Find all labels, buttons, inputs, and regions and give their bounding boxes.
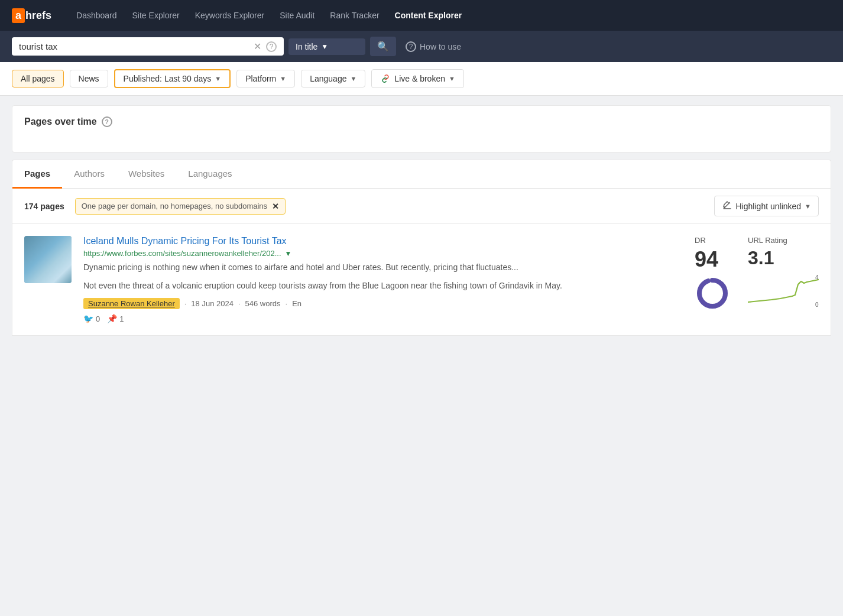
tab-pages[interactable]: Pages <box>12 160 62 189</box>
article-meta: Suzanne Rowan Kelleher · 18 Jun 2024 · 5… <box>83 298 683 309</box>
remove-filter-button[interactable]: ✕ <box>272 202 279 211</box>
article-title[interactable]: Iceland Mulls Dynamic Pricing For Its To… <box>83 236 683 247</box>
platform-filter[interactable]: Platform ▼ <box>236 70 295 87</box>
language-label: Language <box>310 74 346 83</box>
logo-hrefs: hrefs <box>25 9 51 22</box>
filter-bar: All pages News Published: Last 90 days ▼… <box>0 62 843 96</box>
url-rating-value: 3.1 <box>748 247 819 269</box>
search-button[interactable]: 🔍 <box>370 37 396 56</box>
help-icon[interactable]: ? <box>102 116 112 127</box>
logo[interactable]: ahrefs <box>12 8 51 23</box>
thumbnail-image <box>24 236 72 283</box>
how-to-use-label: How to use <box>420 42 461 51</box>
highlight-unlinked-label: Highlight unlinked <box>736 202 802 211</box>
results-bar: 174 pages One page per domain, no homepa… <box>12 189 831 224</box>
logo-a: a <box>12 8 25 23</box>
article-card: Iceland Mulls Dynamic Pricing For Its To… <box>12 224 831 336</box>
search-mode-label: In title <box>296 42 317 51</box>
svg-text:4: 4 <box>815 274 819 281</box>
results-count: 174 pages <box>24 202 64 211</box>
chevron-down-icon: ▼ <box>280 75 286 82</box>
platform-label: Platform <box>245 74 276 83</box>
news-filter[interactable]: News <box>70 70 108 87</box>
article-description-2: Not even the threat of a volcanic erupti… <box>83 280 683 292</box>
nav-site-explorer[interactable]: Site Explorer <box>127 7 186 24</box>
search-magnifier-icon: 🔍 <box>377 41 389 51</box>
tabs: Pages Authors Websites Languages <box>12 160 831 189</box>
url-dropdown-icon[interactable]: ▼ <box>285 249 292 258</box>
url-rating-chart: 4 0 <box>748 273 819 310</box>
article-thumbnail <box>24 236 72 283</box>
link-icon <box>380 73 391 84</box>
filter-tag: One page per domain, no homepages, no su… <box>75 198 286 215</box>
live-broken-filter[interactable]: Live & broken ▼ <box>371 69 464 88</box>
chevron-down-icon: ▼ <box>449 75 455 82</box>
pinterest-count: 📌 1 <box>107 314 124 323</box>
nav-keywords-explorer[interactable]: Keywords Explorer <box>189 7 271 24</box>
language-filter[interactable]: Language ▼ <box>301 70 365 87</box>
article-words: 546 words <box>245 299 281 308</box>
all-pages-label: All pages <box>21 74 55 83</box>
article-lang: En <box>292 299 301 308</box>
chevron-down-icon: ▼ <box>805 203 811 210</box>
live-broken-label: Live & broken <box>394 74 445 83</box>
tabs-container: Pages Authors Websites Languages <box>12 160 831 189</box>
help-icon: ? <box>406 41 416 52</box>
chevron-down-icon: ▼ <box>321 43 328 51</box>
article-social: 🐦 0 📌 1 <box>83 314 683 323</box>
metrics-wrap: DR 94 URL Rating 3.1 4 0 <box>695 236 819 323</box>
dr-metric: DR 94 <box>695 236 730 313</box>
article-content: Iceland Mulls Dynamic Pricing For Its To… <box>83 236 683 323</box>
help-circle-icon[interactable]: ? <box>266 41 277 52</box>
nav-dashboard[interactable]: Dashboard <box>70 7 123 24</box>
nav-rank-tracker[interactable]: Rank Tracker <box>324 7 385 24</box>
svg-text:0: 0 <box>815 301 819 308</box>
section-title-text: Pages over time <box>24 116 97 127</box>
article-date: 18 Jun 2024 <box>191 299 234 308</box>
chevron-down-icon: ▼ <box>350 75 356 82</box>
highlight-unlinked-button[interactable]: Highlight unlinked ▼ <box>714 196 819 216</box>
how-to-use[interactable]: ? How to use <box>406 41 461 52</box>
main-content: Pages over time ? Pages Authors Websites… <box>0 105 843 336</box>
author-badge[interactable]: Suzanne Rowan Kelleher <box>83 298 180 309</box>
url-rating-metric: URL Rating 3.1 4 0 <box>748 236 819 310</box>
dr-value: 94 <box>695 247 730 272</box>
tab-websites[interactable]: Websites <box>116 160 176 189</box>
article-description-1: Dynamic pricing is nothing new when it c… <box>83 261 683 274</box>
dr-label: DR <box>695 236 730 245</box>
article-url-row: https://www.forbes.com/sites/suzannerowa… <box>83 249 683 258</box>
twitter-count-value: 0 <box>96 315 100 323</box>
search-input-wrap: ✕ ? <box>12 37 284 56</box>
nav-items: Dashboard Site Explorer Keywords Explore… <box>70 7 468 24</box>
tab-languages[interactable]: Languages <box>176 160 244 189</box>
pinterest-count-value: 1 <box>119 315 124 323</box>
pinterest-icon: 📌 <box>107 314 117 323</box>
nav-content-explorer[interactable]: Content Explorer <box>389 7 468 24</box>
all-pages-filter[interactable]: All pages <box>12 70 64 87</box>
highlight-icon <box>722 200 732 212</box>
clear-icon[interactable]: ✕ <box>254 41 261 52</box>
article-url[interactable]: https://www.forbes.com/sites/suzannerowa… <box>83 249 281 258</box>
search-input[interactable] <box>19 41 249 51</box>
svg-point-2 <box>704 285 721 301</box>
twitter-icon: 🐦 <box>83 314 93 323</box>
main-nav: ahrefs Dashboard Site Explorer Keywords … <box>0 0 843 31</box>
dr-donut-chart <box>695 275 730 313</box>
pages-over-time-section: Pages over time ? <box>12 105 831 153</box>
url-rating-label: URL Rating <box>748 236 819 245</box>
twitter-count: 🐦 0 <box>83 314 100 323</box>
published-label: Published: Last 90 days <box>124 74 212 83</box>
news-label: News <box>79 74 99 83</box>
published-filter[interactable]: Published: Last 90 days ▼ <box>114 69 231 88</box>
section-title: Pages over time ? <box>24 116 819 127</box>
chevron-down-icon: ▼ <box>215 75 221 82</box>
filter-tag-text: One page per domain, no homepages, no su… <box>82 202 267 210</box>
search-bar: ✕ ? In title ▼ 🔍 ? How to use <box>0 31 843 62</box>
tab-authors[interactable]: Authors <box>62 160 116 189</box>
search-mode-dropdown[interactable]: In title ▼ <box>288 38 365 55</box>
nav-site-audit[interactable]: Site Audit <box>274 7 320 24</box>
